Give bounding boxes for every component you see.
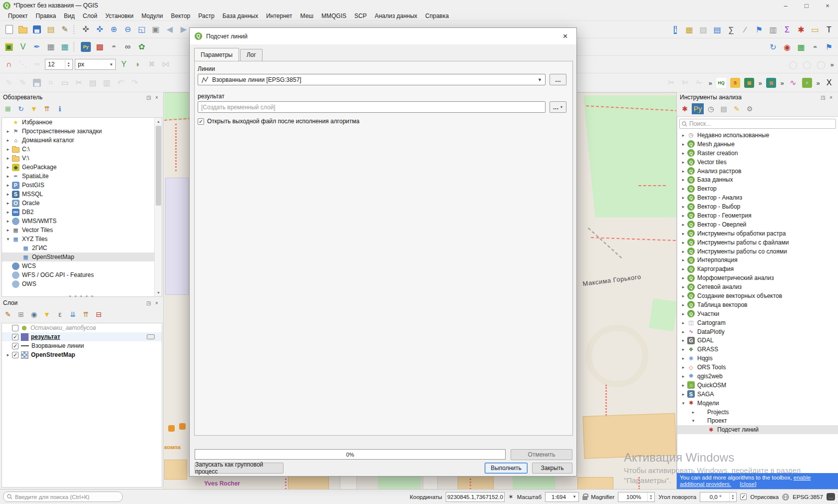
coordinates-input[interactable]: 9230845.1,7367152.0 [446, 492, 505, 502]
expander-icon[interactable]: ▸ [679, 275, 687, 280]
text-annotation-icon[interactable]: T [822, 23, 836, 37]
zoom-native-icon[interactable]: ▣ [149, 22, 163, 36]
browser-item[interactable]: WFS / OGC API - Features [2, 270, 162, 279]
zoom-last-icon[interactable]: ◀ [163, 22, 177, 36]
browser-item[interactable]: ▦ OpenStreetMap [2, 252, 162, 261]
serval-plugin-icon[interactable]: ▦ [742, 76, 756, 90]
browser-scrollbar[interactable]: ▲ ▼ [154, 118, 162, 296]
layer-row[interactable]: результат [2, 332, 162, 341]
cut-features-icon[interactable]: ✂ [72, 76, 86, 90]
join-tool-icon[interactable]: ⋈ [159, 57, 173, 71]
toolbox-item[interactable]: ▸ Таблица векторов [677, 300, 838, 309]
toolbox-item[interactable]: ▸ Инструменты обработки растра [677, 229, 838, 238]
browser-item[interactable]: ▸ V:\ [2, 154, 162, 163]
expander-icon[interactable]: ▸ [679, 338, 687, 343]
layer-row[interactable]: ▸ OpenStreetMap [2, 350, 162, 359]
browser-item[interactable]: ▸ O Oracle [2, 199, 162, 208]
layer-row[interactable]: Взорванные линии [2, 341, 162, 350]
toolbox-item[interactable]: ▸ Projects [677, 408, 838, 417]
toolbox-item[interactable]: ▸ Морфометрический анализ [677, 273, 838, 282]
expander-icon[interactable]: ▸ [679, 284, 687, 289]
browser-item[interactable]: ▸ ◆ GeoPackage [2, 163, 162, 172]
new-temporary-layer-icon[interactable]: ▦ [44, 40, 58, 54]
toolbox-item[interactable]: ▸ Инструменты работы с файлами [677, 238, 838, 247]
lines-layer-combobox[interactable]: Взорванные линии [EPSG:3857] ▼ [198, 74, 546, 85]
expander-icon[interactable]: ▸ [679, 356, 687, 361]
expander-icon[interactable]: ▸ [679, 311, 687, 316]
spin-arrows-icon[interactable]: ▲▼ [65, 60, 72, 69]
models-icon[interactable]: ✱ [679, 103, 691, 114]
close-dialog-button[interactable]: Закрыть [532, 463, 572, 474]
edit-features-inplace-icon[interactable]: ✎ [731, 103, 743, 114]
leaf-plugin-icon[interactable]: ✿ [135, 40, 149, 54]
toolbox-item[interactable]: ▸ ○ QuickOSM [677, 381, 838, 390]
menu-item[interactable]: Вид [60, 11, 79, 20]
vertex-tool-icon[interactable]: ✖ [145, 57, 159, 71]
result-browse-button[interactable]: …▼ [550, 101, 566, 113]
maximize-button[interactable]: □ [796, 0, 817, 11]
expander-icon[interactable]: ▸ [4, 201, 12, 206]
expander-icon[interactable]: ▸ [4, 219, 12, 224]
toolbox-search-input[interactable]: Поиск... [679, 119, 836, 129]
expander-icon[interactable]: ▾ [4, 237, 12, 242]
expander-icon[interactable]: ▸ [679, 222, 687, 227]
run-button[interactable]: Выполнить [485, 463, 528, 474]
browser-item[interactable]: ▸ ▦ Vector Tiles [2, 226, 162, 235]
results-viewer-icon[interactable]: ▤ [718, 103, 730, 114]
layer-styling-icon[interactable]: ✎ [2, 309, 14, 320]
browser-item[interactable]: ▸ P PostGIS [2, 181, 162, 190]
toolbox-item[interactable]: ▸ Инструменты работы со слоями [677, 247, 838, 256]
run-as-batch-button[interactable]: Запускать как групповой процесс [195, 463, 283, 474]
menu-item[interactable]: Модули [137, 11, 167, 20]
magnifier-spinbox[interactable]: 100%▲▼ [618, 492, 655, 502]
spin-arrows-icon[interactable]: ▲▼ [647, 493, 654, 502]
float-panel-icon[interactable]: ◳ [145, 94, 153, 101]
close-panel-icon[interactable]: × [153, 94, 161, 101]
expander-icon[interactable]: ▸ [679, 240, 687, 245]
dock-splitter[interactable]: ● ● ● ● ● [0, 294, 163, 298]
expander-icon[interactable]: ▸ [679, 195, 687, 200]
expander-icon[interactable]: ▸ [679, 249, 687, 254]
python-console-icon[interactable]: Py [79, 40, 93, 54]
dataplotly-plugin-icon[interactable]: ∿ [786, 76, 800, 90]
toolbox-item[interactable]: ▸ ❋ qgis2web [677, 372, 838, 381]
scroll-up-icon[interactable]: ▲ [155, 118, 162, 125]
toolbox-item[interactable]: ▸ Вектор [677, 184, 838, 193]
toolbox-item[interactable]: ▸ Mesh данные [677, 140, 838, 149]
tab-log[interactable]: Лог [240, 49, 263, 61]
expander-icon[interactable]: ▸ [4, 165, 12, 170]
toolbox-item[interactable]: ▸ Вектор - Анализ [677, 193, 838, 202]
scale-1-icon[interactable]: ◯ [800, 58, 814, 72]
advanced-digitizing-icon[interactable]: ▫▫ [30, 57, 44, 71]
expander-icon[interactable]: ▸ [679, 347, 687, 352]
pan-map-icon[interactable]: ✜ [93, 22, 107, 36]
overflow-chevron-icon[interactable]: » [706, 76, 714, 90]
toolbox-item[interactable]: ▾ Проект [677, 417, 838, 426]
toolbox-item[interactable]: ▸ Сетевой анализ [677, 282, 838, 291]
toolbox-item[interactable]: ▸ ◫ Cartogram [677, 318, 838, 327]
processing-toolbox-icon[interactable]: ✱ [794, 23, 808, 37]
add-layer-icon[interactable]: ⊞ [2, 103, 14, 114]
menu-item[interactable]: База данных [219, 11, 262, 20]
redo-icon[interactable]: ↷ [128, 76, 142, 90]
expander-icon[interactable]: ▸ [679, 160, 687, 165]
expander-icon[interactable]: ▸ [679, 133, 687, 138]
node-tool-icon[interactable]: ⌗ [44, 76, 58, 90]
expander-icon[interactable]: ▸ [4, 228, 12, 233]
globe-tool-icon[interactable]: ◓ [107, 40, 121, 54]
toolbox-item[interactable]: ▸ Вектор - Оверлей [677, 220, 838, 229]
expander-icon[interactable]: ▸ [679, 213, 687, 218]
expander-icon[interactable]: ▸ [4, 138, 12, 143]
undo-icon[interactable]: ↶ [114, 76, 128, 90]
overflow-chevron-icon[interactable]: » [756, 76, 764, 90]
style-manager-icon[interactable]: ✎ [58, 22, 72, 36]
python-icon[interactable]: Py [692, 103, 704, 114]
expander-icon[interactable]: ▸ [679, 320, 687, 325]
hqgis-plugin-icon[interactable]: HQ [714, 76, 728, 90]
new-mesh-layer-icon[interactable]: ▦ [58, 40, 72, 54]
new-project-icon[interactable] [2, 22, 16, 36]
deselect-icon[interactable]: ▧ [696, 23, 710, 37]
measure-icon[interactable]: ∕ [738, 23, 752, 37]
layer-checkbox[interactable] [12, 325, 18, 331]
toolbox-item[interactable]: ▸ Вектор - Выбор [677, 202, 838, 211]
